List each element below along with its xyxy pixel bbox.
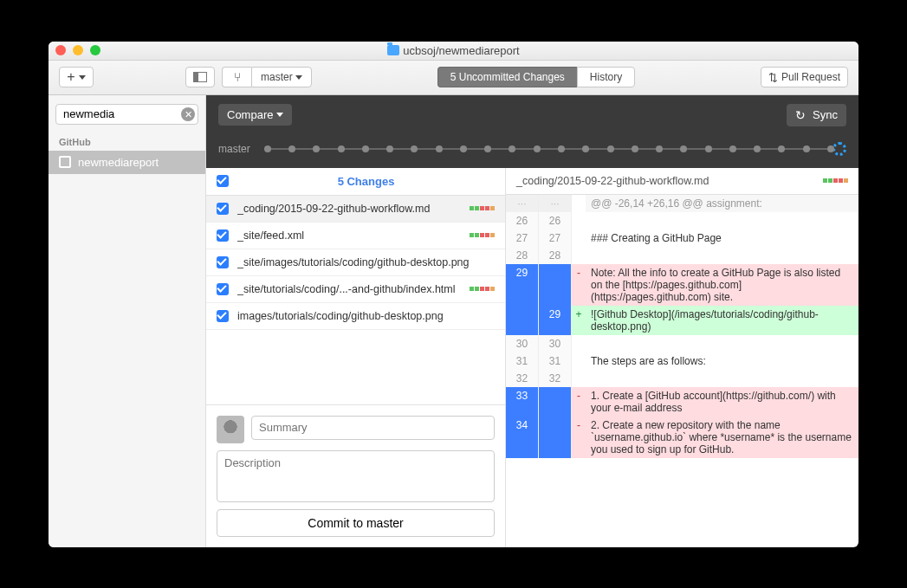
- timeline-commit-dot[interactable]: [680, 145, 687, 152]
- branch-selector[interactable]: master: [222, 67, 312, 87]
- file-row[interactable]: _coding/2015-09-22-github-workflow.md: [206, 196, 505, 223]
- timeline-commit-dot[interactable]: [582, 145, 589, 152]
- line-number-old: 33: [506, 387, 539, 417]
- timeline-commit-dot[interactable]: [460, 145, 467, 152]
- timeline-commit-dot[interactable]: [607, 145, 614, 152]
- tab-history[interactable]: History: [577, 67, 635, 87]
- line-number-old: [506, 306, 539, 335]
- select-all-checkbox[interactable]: [217, 175, 229, 187]
- commit-button[interactable]: Commit to master: [217, 509, 495, 537]
- changes-panel: 5 Changes _coding/2015-09-22-github-work…: [206, 168, 506, 547]
- file-checkbox[interactable]: [217, 256, 229, 268]
- diff-sign: +: [572, 306, 586, 335]
- timeline-commit-dot[interactable]: [705, 145, 712, 152]
- diff-body[interactable]: ······@@ -26,14 +26,16 @@ assignment:262…: [506, 195, 858, 547]
- diff-line: 3232: [506, 370, 858, 387]
- sync-icon: [795, 108, 809, 122]
- file-diff-dots: [470, 233, 495, 237]
- titlebar: ucbsoj/newmediareport: [49, 42, 858, 61]
- timeline-commit-dot[interactable]: [362, 145, 369, 152]
- file-name: _site/images/tutorials/coding/github-des…: [237, 256, 486, 268]
- file-checkbox[interactable]: [217, 203, 229, 215]
- timeline-commit-dot[interactable]: [484, 145, 491, 152]
- file-row[interactable]: images/tutorials/coding/github-desktop.p…: [206, 303, 505, 330]
- timeline-commit-dot[interactable]: [754, 145, 761, 152]
- branch-name: master: [261, 71, 293, 83]
- timeline-commit-dot[interactable]: [803, 145, 810, 152]
- toggle-sidebar-button[interactable]: [185, 67, 215, 87]
- diff-code: 2. Create a new repository with the name…: [586, 417, 858, 458]
- main-area: Compare Sync master 5 Changes _coding/20…: [206, 95, 858, 547]
- tab-changes[interactable]: 5 Uncommitted Changes: [437, 67, 577, 87]
- diff-code: [586, 247, 858, 264]
- branch-icon: [234, 70, 241, 84]
- timeline-commit-dot[interactable]: [729, 145, 736, 152]
- search-input[interactable]: [55, 104, 198, 125]
- diff-sign: -: [572, 417, 586, 458]
- commit-summary-input[interactable]: [251, 416, 495, 440]
- timeline-commit-dot[interactable]: [386, 145, 393, 152]
- clear-search-button[interactable]: ✕: [181, 107, 195, 121]
- timeline-commit-dot[interactable]: [827, 145, 834, 152]
- timeline-head-marker[interactable]: [832, 142, 846, 156]
- line-number-old: 27: [506, 229, 539, 247]
- timeline-commit-dot[interactable]: [509, 145, 515, 152]
- timeline-commit-dot[interactable]: [436, 145, 443, 152]
- pull-request-button[interactable]: Pull Request: [761, 67, 848, 87]
- diff-sign: -: [572, 387, 586, 417]
- compare-button[interactable]: Compare: [218, 104, 292, 126]
- sidebar-repo-item[interactable]: newmediareport: [49, 151, 205, 174]
- timeline-branch-label: master: [218, 143, 250, 155]
- window-title: ucbsoj/newmediareport: [49, 44, 858, 57]
- timeline-commit-dot[interactable]: [558, 145, 565, 152]
- diff-summary-dots: [823, 178, 848, 183]
- timeline-commit-dot[interactable]: [656, 145, 663, 152]
- file-diff-dots: [470, 287, 495, 291]
- file-row[interactable]: _site/images/tutorials/coding/github-des…: [206, 249, 505, 276]
- line-number-new: 28: [539, 247, 572, 264]
- line-number-new: [539, 264, 572, 306]
- timeline-commit-dot[interactable]: [534, 145, 541, 152]
- line-number-new: [539, 387, 572, 417]
- commit-description-input[interactable]: [217, 450, 495, 502]
- timeline-commit-dot[interactable]: [411, 145, 418, 152]
- compare-bar: Compare Sync: [206, 95, 858, 135]
- timeline-commit-dot[interactable]: [632, 145, 638, 152]
- file-row[interactable]: _site/feed.xml: [206, 223, 505, 249]
- file-checkbox[interactable]: [217, 283, 229, 295]
- diff-line: 2727### Creating a GitHub Page: [506, 229, 858, 247]
- timeline[interactable]: master: [206, 135, 858, 168]
- plus-icon: +: [67, 69, 75, 85]
- changes-header: 5 Changes: [206, 168, 505, 196]
- file-checkbox[interactable]: [217, 229, 229, 242]
- diff-sign: [572, 247, 586, 264]
- diff-sign: [572, 370, 586, 387]
- line-number-new: 30: [539, 335, 572, 352]
- timeline-commit-dot[interactable]: [338, 145, 345, 152]
- repo-icon: [59, 156, 71, 168]
- timeline-commit-dot[interactable]: [313, 145, 320, 152]
- diff-file-name: _coding/2015-09-22-github-workflow.md: [516, 175, 709, 187]
- file-checkbox[interactable]: [217, 310, 229, 322]
- timeline-commit-dot[interactable]: [288, 145, 295, 152]
- timeline-commit-dot[interactable]: [264, 145, 271, 152]
- line-number-new: 26: [539, 212, 572, 229]
- file-row[interactable]: _site/tutorials/coding/...-and-github/in…: [206, 276, 505, 303]
- diff-sign: [572, 352, 586, 370]
- diff-sign: -: [572, 264, 586, 306]
- app-window: ucbsoj/newmediareport + master 5 Uncommi…: [49, 42, 858, 547]
- diff-line: 33-1. Create a [GitHub account](https://…: [506, 387, 858, 417]
- add-button[interactable]: +: [59, 67, 94, 87]
- diff-code: Note: All the info to create a GitHub Pa…: [586, 264, 858, 306]
- line-number-old: 31: [506, 352, 539, 370]
- line-number-new: 27: [539, 229, 572, 247]
- commit-form: Commit to master: [206, 404, 505, 547]
- diff-line: 2828: [506, 247, 858, 264]
- sync-button[interactable]: Sync: [787, 104, 846, 126]
- diff-line: 3131The steps are as follows:: [506, 352, 858, 370]
- timeline-commit-dot[interactable]: [778, 145, 785, 152]
- diff-sign: [572, 212, 586, 229]
- diff-hunk-header: ······@@ -26,14 +26,16 @@ assignment:: [506, 195, 858, 212]
- toolbar: + master 5 Uncommitted Changes History P…: [49, 61, 858, 95]
- diff-line: 3030: [506, 335, 858, 352]
